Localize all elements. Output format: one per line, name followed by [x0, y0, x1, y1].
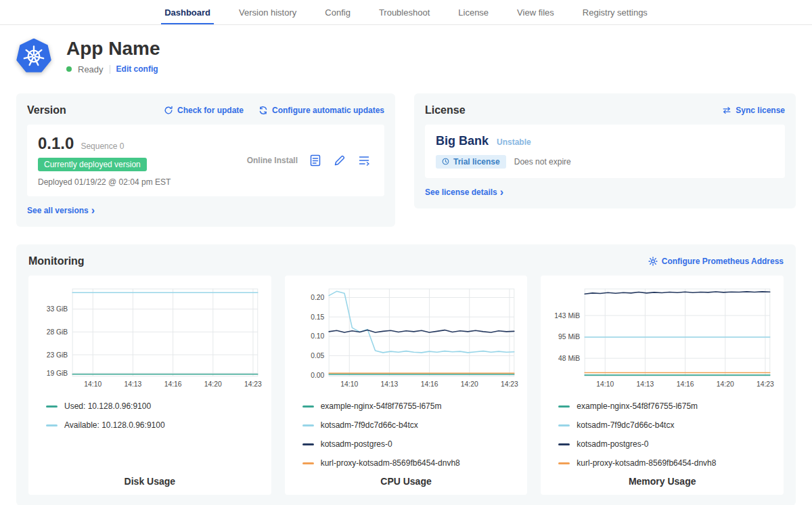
version-links: Check for update Configure automatic upd… — [164, 106, 384, 115]
deployed-version-badge: Currently deployed version — [38, 158, 147, 171]
svg-text:28 GiB: 28 GiB — [47, 328, 68, 336]
svg-text:48 MiB: 48 MiB — [558, 354, 580, 361]
charts-row: 33 GiB28 GiB23 GiB19 GiB14:1014:1314:161… — [28, 276, 784, 495]
monitoring-title: Monitoring — [28, 255, 85, 267]
sync-license-button[interactable]: Sync license — [722, 106, 785, 115]
configure-auto-updates-label: Configure automatic updates — [272, 106, 384, 115]
legend-item-kurl-proxy-kotsadm-8569fb6454-dnvh8: kurl-proxy-kotsadm-8569fb6454-dnvh8 — [558, 458, 775, 468]
deploy-logs-icon[interactable] — [357, 154, 371, 167]
legend-label: example-nginx-54f8f76755-l675m — [577, 401, 698, 411]
sync-icon — [722, 106, 731, 115]
tab-registry-settings[interactable]: Registry settings — [568, 0, 662, 24]
chart-title: CPU Usage — [293, 468, 520, 487]
legend-label: kurl-proxy-kotsadm-8569fb6454-dnvh8 — [321, 458, 460, 468]
edit-config-link[interactable]: Edit config — [116, 64, 158, 74]
chart-plot-cpu-usage: 0.200.150.100.050.0014:1014:1314:1614:20… — [293, 284, 520, 393]
tab-troubleshoot[interactable]: Troubleshoot — [365, 0, 444, 24]
legend-item-kotsadm-7f9dc7d66c-b4tcx: kotsadm-7f9dc7d66c-b4tcx — [558, 420, 775, 430]
chart-card-disk-usage: 33 GiB28 GiB23 GiB19 GiB14:1014:1314:161… — [28, 276, 271, 495]
svg-text:14:16: 14:16 — [677, 380, 694, 387]
license-channel: Unstable — [497, 137, 531, 147]
legend-label: Available: 10.128.0.96:9100 — [64, 420, 165, 430]
version-info: 0.1.0 Sequence 0 Currently deployed vers… — [38, 134, 236, 187]
version-title: Version — [27, 104, 66, 116]
configure-prometheus-label: Configure Prometheus Address — [662, 257, 784, 266]
chart-title: Memory Usage — [549, 468, 775, 487]
legend-item-kurl-proxy-kotsadm-8569fb6454-dnvh8: kurl-proxy-kotsadm-8569fb6454-dnvh8 — [302, 458, 520, 468]
legend-swatch-icon — [302, 405, 314, 408]
tab-config[interactable]: Config — [311, 0, 365, 24]
legend-swatch-icon — [558, 405, 570, 408]
svg-text:14:16: 14:16 — [164, 380, 182, 387]
legend-swatch-icon — [558, 443, 570, 445]
trial-license-badge: Trial license — [436, 155, 506, 169]
license-customer: Big Bank — [436, 134, 489, 148]
license-card: Big Bank Unstable Trial license Does not… — [425, 125, 785, 178]
app-status-row: Ready Edit config — [66, 64, 160, 74]
check-for-update-label: Check for update — [177, 106, 244, 115]
legend-swatch-icon — [46, 424, 58, 426]
license-expiry: Does not expire — [514, 157, 571, 167]
auto-update-icon — [258, 106, 268, 115]
svg-text:14:23: 14:23 — [501, 380, 518, 387]
legend-label: kurl-proxy-kotsadm-8569fb6454-dnvh8 — [577, 458, 716, 468]
see-license-details-link[interactable]: See license details › — [425, 188, 503, 197]
svg-text:14:10: 14:10 — [84, 380, 102, 387]
legend-label: kotsadm-postgres-0 — [321, 439, 392, 449]
svg-text:19 GiB: 19 GiB — [47, 369, 68, 376]
preflight-checks-icon[interactable] — [309, 154, 322, 167]
svg-text:0.15: 0.15 — [311, 313, 324, 320]
svg-text:14:23: 14:23 — [757, 380, 774, 387]
svg-text:14:13: 14:13 — [637, 380, 654, 387]
app-name: App Name — [66, 39, 160, 60]
legend-swatch-icon — [302, 424, 314, 426]
tab-view-files[interactable]: View files — [503, 0, 568, 24]
see-all-versions-link[interactable]: See all versions › — [27, 206, 95, 215]
svg-text:0.00: 0.00 — [311, 371, 324, 378]
see-all-versions-label: See all versions — [27, 206, 89, 215]
legend-item-available-10-128-0-96-9100: Available: 10.128.0.96:9100 — [46, 420, 263, 430]
legend-swatch-icon — [302, 462, 314, 464]
svg-text:14:20: 14:20 — [717, 380, 734, 387]
chart-card-cpu-usage: 0.200.150.100.050.0014:1014:1314:1614:20… — [285, 276, 528, 495]
legend-swatch-icon — [46, 405, 58, 408]
legend-item-kotsadm-7f9dc7d66c-b4tcx: kotsadm-7f9dc7d66c-b4tcx — [302, 420, 520, 430]
chart-plot-disk-usage: 33 GiB28 GiB23 GiB19 GiB14:1014:1314:161… — [37, 284, 263, 393]
configure-auto-updates-button[interactable]: Configure automatic updates — [258, 106, 384, 115]
legend-swatch-icon — [558, 424, 570, 426]
refresh-icon — [164, 106, 173, 115]
deployed-version-card: 0.1.0 Sequence 0 Currently deployed vers… — [27, 125, 384, 196]
svg-text:95 MiB: 95 MiB — [558, 333, 580, 341]
legend-item-kotsadm-postgres-0: kotsadm-postgres-0 — [302, 439, 520, 449]
legend-label: example-nginx-54f8f76755-l675m — [321, 401, 442, 411]
legend-item-example-nginx-54f8f76755-l675m: example-nginx-54f8f76755-l675m — [302, 401, 520, 411]
license-panel: License Sync license Big Bank Unstable — [414, 93, 796, 208]
svg-text:14:10: 14:10 — [597, 380, 614, 387]
deployed-timestamp: Deployed 01/19/22 @ 02:04 pm EST — [38, 177, 236, 187]
legend-label: kotsadm-postgres-0 — [577, 439, 648, 449]
check-for-update-button[interactable]: Check for update — [164, 106, 244, 115]
license-panel-head: License Sync license — [425, 104, 785, 116]
svg-text:14:16: 14:16 — [420, 380, 438, 387]
legend-label: kotsadm-7f9dc7d66c-b4tcx — [577, 420, 674, 430]
legend-item-kotsadm-postgres-0: kotsadm-postgres-0 — [558, 439, 775, 449]
legend-label: kotsadm-7f9dc7d66c-b4tcx — [321, 420, 418, 430]
svg-text:14:13: 14:13 — [380, 380, 398, 387]
legend-label: Used: 10.128.0.96:9100 — [64, 401, 151, 411]
legend-swatch-icon — [558, 462, 570, 464]
edit-config-icon[interactable] — [333, 154, 346, 167]
tab-license[interactable]: License — [444, 0, 503, 24]
tab-dashboard[interactable]: Dashboard — [150, 0, 225, 24]
svg-text:14:13: 14:13 — [125, 380, 142, 387]
legend-item-used-10-128-0-96-9100: Used: 10.128.0.96:9100 — [46, 401, 263, 411]
tab-version-history[interactable]: Version history — [225, 0, 311, 24]
app-status: Ready — [78, 64, 104, 74]
chart-legend: example-nginx-54f8f76755-l675mkotsadm-7f… — [549, 401, 775, 468]
license-title: License — [425, 104, 466, 116]
svg-text:0.05: 0.05 — [311, 352, 324, 359]
see-license-details-label: See license details — [425, 188, 497, 197]
chevron-right-icon: › — [91, 206, 95, 215]
svg-text:14:10: 14:10 — [340, 380, 358, 387]
configure-prometheus-button[interactable]: Configure Prometheus Address — [648, 257, 784, 266]
version-sequence: Sequence 0 — [81, 141, 124, 151]
